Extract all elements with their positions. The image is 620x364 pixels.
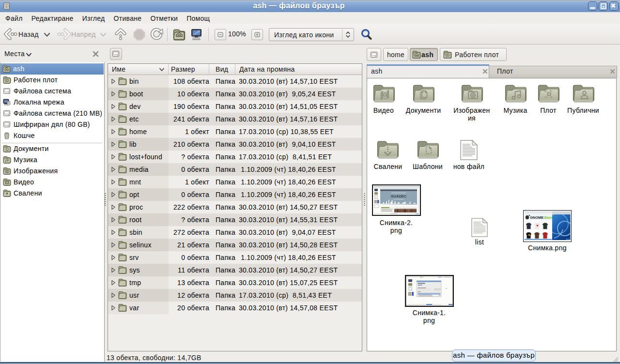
svg-text:Store: Store — [544, 215, 553, 220]
svg-text:GNOME: GNOME — [530, 215, 543, 220]
svg-text:GUADEC: GUADEC — [391, 194, 407, 198]
